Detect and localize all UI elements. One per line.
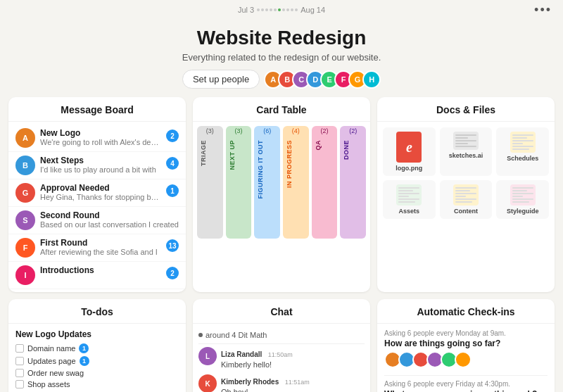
timeline-dot-8 bbox=[286, 8, 289, 11]
doc-preview-line-3 bbox=[512, 193, 533, 194]
msg-badge-1: 4 bbox=[166, 157, 179, 170]
col-count-0: (3) bbox=[197, 126, 223, 134]
auto-checkins-title: Automatic Check-ins bbox=[377, 299, 555, 324]
main-grid: Message Board A New Logo We're going to … bbox=[0, 97, 563, 392]
todo-checkbox-0-0[interactable] bbox=[15, 344, 24, 353]
todos-body: New Logo Updates Domain name 1 Updates p… bbox=[8, 324, 186, 392]
doc-preview-line-3 bbox=[455, 193, 476, 194]
doc-item-4[interactable]: Content bbox=[440, 180, 493, 219]
card-col-4[interactable]: (2) QA bbox=[312, 126, 338, 239]
timeline-dot-10 bbox=[295, 8, 298, 11]
message-item-4[interactable]: F First Round After reviewing the site S… bbox=[8, 234, 186, 262]
todo-item-0-0[interactable]: Domain name 1 bbox=[15, 342, 179, 355]
doc-preview-line-1 bbox=[455, 187, 476, 189]
checkin-avatar-0-5 bbox=[455, 351, 472, 368]
page-subtitle: Everything related to the redesign of ou… bbox=[11, 52, 552, 63]
checkin-asking-0: Asking 6 people every Monday at 9am. bbox=[384, 329, 548, 337]
doc-line-4 bbox=[455, 143, 468, 144]
card-col-0[interactable]: (3) TRIAGE bbox=[197, 126, 223, 239]
doc-label-4: Content bbox=[454, 208, 478, 215]
msg-content-2: Approval Needed Hey Gina, Thanks for sto… bbox=[40, 183, 161, 201]
timeline-dot-7 bbox=[282, 8, 285, 11]
card-col-2[interactable]: (6) FIGURING IT OUT bbox=[254, 126, 280, 239]
doc-preview-line-2 bbox=[512, 137, 527, 139]
doc-preview-2 bbox=[510, 132, 536, 153]
message-item-3[interactable]: S Second Round Based on our last convers… bbox=[8, 207, 186, 234]
doc-preview-line-6 bbox=[398, 201, 415, 203]
card-col-3[interactable]: (4) IN PROGRESS bbox=[283, 126, 309, 239]
hero-avatar-7: H bbox=[362, 70, 381, 89]
chat-note-text: around 4 Dit Math bbox=[205, 331, 267, 339]
todo-checkbox-0-3[interactable] bbox=[15, 380, 24, 388]
doc-icon-0: e bbox=[396, 132, 422, 163]
msg-avatar-2: G bbox=[15, 183, 35, 203]
message-item-1[interactable]: B Next Steps I'd like us to play around … bbox=[8, 152, 186, 179]
msg-preview-4: After reviewing the site Sofia and I bbox=[40, 248, 161, 256]
chat-content-1: Kimberly Rhodes 11:51am Oh hey! bbox=[221, 374, 310, 392]
todo-checkbox-0-2[interactable] bbox=[15, 369, 24, 377]
message-board-panel: Message Board A New Logo We're going to … bbox=[8, 97, 186, 292]
message-item-5[interactable]: I Introductions 2 bbox=[8, 262, 186, 289]
timeline-dot-5 bbox=[274, 8, 277, 11]
message-board-title: Message Board bbox=[8, 97, 186, 122]
message-item-2[interactable]: G Approval Needed Hey Gina, Thanks for s… bbox=[8, 179, 186, 207]
doc-item-2[interactable]: Schedules bbox=[496, 127, 549, 176]
setup-people-button[interactable]: Set up people bbox=[182, 70, 260, 89]
doc-item-3[interactable]: Assets bbox=[383, 180, 436, 219]
doc-preview-line-3 bbox=[512, 140, 533, 141]
msg-badge-0: 2 bbox=[166, 129, 179, 142]
chat-avatar-0: L bbox=[198, 347, 217, 365]
doc-preview-line-2 bbox=[512, 190, 527, 191]
col-header-4: QA bbox=[312, 134, 324, 156]
chat-content-0: Liza Randall 11:50am Kimberly hello! bbox=[221, 347, 293, 369]
todo-label-0-3: Shop assets bbox=[27, 380, 70, 388]
todo-item-0-3[interactable]: Shop assets bbox=[15, 379, 179, 390]
doc-line-2 bbox=[455, 137, 468, 139]
timeline-dot-2 bbox=[261, 8, 264, 11]
doc-item-1[interactable]: sketches.ai bbox=[440, 127, 493, 176]
msg-content-0: New Logo We're going to roll with Alex's… bbox=[40, 128, 161, 146]
more-menu-button[interactable]: ••• bbox=[534, 3, 552, 18]
doc-preview-line-6 bbox=[512, 148, 529, 150]
doc-item-0[interactable]: e logo.png bbox=[383, 127, 436, 176]
todo-checkbox-0-1[interactable] bbox=[15, 357, 24, 365]
col-header-2: FIGURING IT OUT bbox=[254, 134, 267, 205]
doc-line-5 bbox=[455, 146, 476, 147]
todo-badge-0-1: 1 bbox=[80, 356, 89, 366]
timeline-dot-current bbox=[278, 8, 281, 11]
todo-label-0-0: Domain name bbox=[27, 344, 75, 353]
col-count-5: (2) bbox=[340, 126, 366, 134]
doc-preview-4 bbox=[453, 184, 479, 206]
auto-checkins-panel: Automatic Check-ins Asking 6 people ever… bbox=[377, 299, 555, 392]
col-count-2: (6) bbox=[254, 126, 280, 134]
card-table-panel: Card Table (3) TRIAGE (3) NEXT UP (6) FI… bbox=[193, 97, 370, 292]
doc-line-3 bbox=[455, 140, 476, 141]
chat-sender-0: Liza Randall bbox=[221, 350, 262, 358]
msg-avatar-5: I bbox=[15, 265, 35, 285]
card-col-5[interactable]: (2) DONE bbox=[340, 126, 366, 239]
chat-avatar-1: K bbox=[198, 374, 217, 392]
msg-badge-5: 2 bbox=[166, 267, 179, 279]
todo-badge-0-0: 1 bbox=[79, 343, 89, 353]
doc-preview-line-4 bbox=[398, 196, 409, 197]
checkin-divider-0 bbox=[384, 375, 548, 376]
msg-title-3: Second Round bbox=[40, 210, 179, 220]
msg-content-3: Second Round Based on our last conversat… bbox=[40, 210, 179, 229]
doc-preview-line-5 bbox=[512, 198, 533, 200]
doc-preview-line-5 bbox=[398, 198, 419, 200]
msg-preview-1: I'd like us to play around a bit with bbox=[40, 165, 161, 174]
todo-item-0-2[interactable]: Order new swag bbox=[15, 367, 179, 379]
msg-title-5: Introductions bbox=[40, 265, 161, 275]
col-count-3: (4) bbox=[283, 126, 309, 134]
card-col-1[interactable]: (3) NEXT UP bbox=[226, 126, 252, 239]
checkin-question-1: What was a common issue this week? bbox=[384, 389, 548, 392]
msg-content-1: Next Steps I'd like us to play around a … bbox=[40, 156, 161, 174]
doc-preview-line-1 bbox=[512, 134, 533, 136]
col-header-1: NEXT UP bbox=[226, 134, 239, 176]
todo-item-0-1[interactable]: Updates page 1 bbox=[15, 355, 179, 367]
timeline-end-date: Aug 14 bbox=[301, 6, 325, 14]
chat-note-dot bbox=[198, 333, 203, 337]
message-item-0[interactable]: A New Logo We're going to roll with Alex… bbox=[8, 125, 186, 152]
doc-item-5[interactable]: Styleguide bbox=[496, 180, 549, 219]
chat-message-0: L Liza Randall 11:50am Kimberly hello! bbox=[198, 347, 365, 369]
